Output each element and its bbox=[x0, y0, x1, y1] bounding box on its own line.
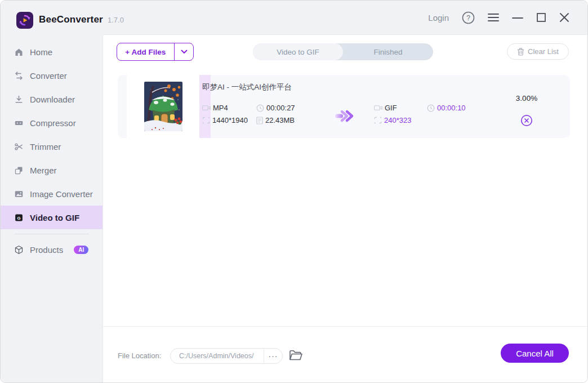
clear-list-button[interactable]: Clear List bbox=[507, 43, 569, 60]
conversion-arrow-icon bbox=[335, 109, 355, 123]
sidebar-item-label: Video to GIF bbox=[30, 213, 79, 222]
source-size-value: 22.43MB bbox=[265, 116, 295, 124]
app-window: BeeConverter 1.7.0 Login ? bbox=[0, 0, 588, 383]
sidebar-item-trimmer[interactable]: Trimmer bbox=[1, 135, 103, 158]
add-files-label: + Add Files bbox=[117, 43, 174, 60]
open-folder-button[interactable] bbox=[289, 349, 302, 363]
source-format-value: MP4 bbox=[213, 104, 228, 112]
menu-icon[interactable] bbox=[488, 13, 499, 22]
file-location-field[interactable]: C:/Users/Admin/Videos/ ··· bbox=[170, 348, 283, 364]
video-thumbnail bbox=[144, 82, 182, 131]
sidebar-item-image-converter[interactable]: Image Converter bbox=[1, 182, 103, 206]
converter-icon bbox=[14, 71, 24, 81]
source-duration: 00:00:27 bbox=[256, 104, 295, 112]
tab-finished[interactable]: Finished bbox=[343, 43, 433, 60]
video-format-icon bbox=[202, 104, 211, 112]
sidebar-item-converter[interactable]: Converter bbox=[1, 64, 103, 87]
browse-more-button[interactable]: ··· bbox=[264, 349, 282, 363]
sidebar-item-compressor[interactable]: Compressor bbox=[1, 111, 103, 135]
source-duration-value: 00:00:27 bbox=[266, 104, 295, 112]
source-format: MP4 bbox=[202, 104, 228, 112]
sidebar-item-video-to-gif[interactable]: G Video to GIF bbox=[1, 206, 103, 229]
sidebar-item-downloader[interactable]: Downloader bbox=[1, 87, 103, 111]
app-title: BeeConverter bbox=[39, 14, 103, 25]
svg-text:G: G bbox=[17, 215, 20, 220]
output-resolution: 240*323 bbox=[374, 116, 411, 124]
cancel-circle-icon bbox=[520, 114, 533, 127]
close-button[interactable] bbox=[559, 12, 569, 23]
main-panel: + Add Files Video to GIF Finished Clear … bbox=[103, 34, 587, 382]
clock-icon bbox=[427, 104, 435, 112]
resolution-icon bbox=[202, 117, 210, 124]
login-button[interactable]: Login bbox=[428, 13, 449, 23]
footer-divider bbox=[103, 326, 587, 327]
folder-icon bbox=[289, 349, 302, 362]
compressor-icon bbox=[14, 118, 24, 128]
sidebar-item-home[interactable]: Home bbox=[1, 40, 103, 64]
output-format-value: GIF bbox=[385, 104, 397, 112]
sidebar-item-merger[interactable]: Merger bbox=[1, 158, 103, 182]
app-version: 1.7.0 bbox=[108, 16, 124, 24]
sidebar-item-label: Converter bbox=[30, 71, 67, 81]
svg-text:?: ? bbox=[466, 14, 470, 22]
minimize-button[interactable] bbox=[512, 13, 523, 22]
sidebar-item-label: Home bbox=[30, 47, 52, 57]
resolution-icon bbox=[374, 117, 382, 124]
video-to-gif-icon: G bbox=[14, 213, 24, 222]
file-location-label: File Location: bbox=[118, 351, 161, 360]
output-resolution-value: 240*323 bbox=[384, 116, 411, 124]
conversion-row: 即梦AI - 一站式AI创作平台 MP4 00:00:27 1440*1940 … bbox=[118, 75, 570, 138]
cancel-task-button[interactable] bbox=[520, 114, 533, 127]
source-resolution: 1440*1940 bbox=[202, 116, 248, 124]
source-resolution-value: 1440*1940 bbox=[212, 116, 248, 124]
titlebar: BeeConverter 1.7.0 Login ? bbox=[1, 1, 587, 34]
titlebar-controls: Login ? bbox=[428, 1, 569, 34]
list-tabs: Video to GIF Finished bbox=[253, 43, 433, 60]
progress-percent: 3.00% bbox=[506, 94, 547, 103]
sidebar-item-label: Products bbox=[30, 245, 63, 255]
output-duration: 00:00:10 bbox=[427, 104, 466, 112]
output-format: GIF bbox=[374, 104, 397, 112]
sidebar-item-label: Merger bbox=[30, 166, 57, 175]
downloader-icon bbox=[14, 95, 24, 104]
sidebar-divider bbox=[14, 234, 89, 234]
ai-badge: AI bbox=[74, 246, 88, 254]
merger-icon bbox=[14, 166, 24, 175]
sidebar-item-label: Image Converter bbox=[30, 189, 93, 199]
add-files-dropdown[interactable] bbox=[175, 43, 193, 60]
cancel-all-button[interactable]: Cancel All bbox=[501, 344, 569, 363]
trash-icon bbox=[517, 48, 524, 56]
file-location-value[interactable]: C:/Users/Admin/Videos/ bbox=[171, 352, 264, 360]
file-size-icon bbox=[256, 117, 263, 124]
source-size: 22.43MB bbox=[256, 116, 295, 124]
help-icon[interactable]: ? bbox=[462, 11, 475, 24]
tab-video-to-gif[interactable]: Video to GIF bbox=[253, 43, 343, 60]
chevron-down-icon bbox=[181, 50, 188, 54]
video-format-icon bbox=[374, 104, 382, 112]
add-files-button[interactable]: + Add Files bbox=[117, 43, 194, 61]
sidebar-item-label: Compressor bbox=[30, 118, 76, 128]
products-icon bbox=[14, 245, 24, 255]
sidebar-item-label: Downloader bbox=[30, 95, 75, 104]
app-logo-icon bbox=[16, 12, 33, 29]
clock-icon bbox=[256, 104, 264, 112]
trimmer-icon bbox=[14, 142, 24, 152]
sidebar-item-label: Trimmer bbox=[30, 142, 61, 152]
image-converter-icon bbox=[14, 189, 24, 199]
sidebar: Home Converter Downloader Compressor Tri… bbox=[1, 34, 103, 382]
output-duration-value: 00:00:10 bbox=[437, 104, 466, 112]
maximize-button[interactable] bbox=[536, 12, 546, 23]
file-title: 即梦AI - 一站式AI创作平台 bbox=[202, 82, 292, 92]
sidebar-item-products[interactable]: Products AI bbox=[1, 238, 103, 261]
clear-list-label: Clear List bbox=[528, 47, 559, 56]
home-icon bbox=[14, 47, 24, 57]
